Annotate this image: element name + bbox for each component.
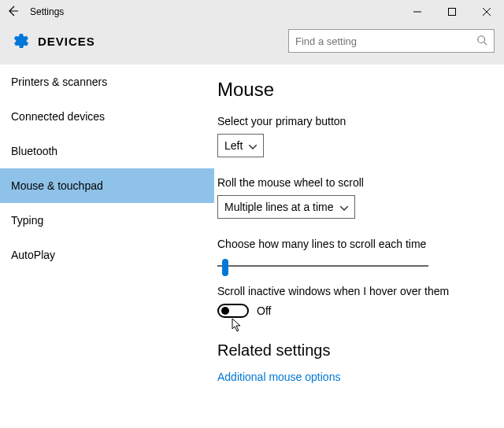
titlebar: Settings	[0, 0, 504, 24]
additional-mouse-options-link[interactable]: Additional mouse options	[217, 371, 488, 383]
sidebar: Printers & scanners Connected devices Bl…	[0, 65, 214, 428]
search-box[interactable]	[288, 29, 495, 53]
chevron-down-icon	[340, 201, 348, 213]
sidebar-item-label: AutoPlay	[11, 249, 55, 261]
wheel-dropdown[interactable]: Multiple lines at a time	[217, 195, 355, 219]
content: Mouse Select your primary button Left Ro…	[214, 65, 504, 428]
gear-icon	[13, 32, 30, 50]
primary-button-label: Select your primary button	[217, 115, 488, 127]
cursor-icon	[232, 318, 244, 334]
toggle-track	[217, 304, 249, 318]
dropdown-value: Multiple lines at a time	[224, 201, 334, 213]
minimize-icon	[413, 8, 421, 16]
lines-slider[interactable]	[217, 256, 428, 275]
toggle-knob	[221, 307, 229, 315]
maximize-button[interactable]	[435, 0, 469, 24]
sidebar-item-label: Bluetooth	[11, 145, 57, 157]
slider-track	[217, 265, 428, 267]
hover-toggle[interactable]: Off	[217, 304, 488, 318]
sidebar-item-label: Printers & scanners	[11, 76, 107, 88]
slider-thumb[interactable]	[222, 259, 228, 276]
page-title: Mouse	[217, 79, 488, 101]
chevron-down-icon	[249, 139, 257, 152]
svg-line-5	[484, 42, 487, 45]
hover-label: Scroll inactive windows when I hover ove…	[217, 285, 488, 297]
svg-rect-1	[449, 9, 456, 16]
primary-button-dropdown[interactable]: Left	[217, 134, 264, 157]
close-button[interactable]	[469, 0, 504, 24]
sidebar-item-bluetooth[interactable]: Bluetooth	[0, 134, 214, 168]
search-input[interactable]	[295, 35, 476, 47]
arrow-left-icon	[6, 5, 19, 17]
lines-label: Choose how many lines to scroll each tim…	[217, 238, 488, 250]
wheel-label: Roll the mouse wheel to scroll	[217, 176, 488, 189]
related-heading: Related settings	[217, 341, 488, 360]
sidebar-item-mouse-touchpad[interactable]: Mouse & touchpad	[0, 168, 214, 203]
header: DEVICES	[0, 24, 504, 65]
window-title: Settings	[30, 6, 64, 17]
sidebar-item-printers[interactable]: Printers & scanners	[0, 65, 214, 99]
dropdown-value: Left	[224, 139, 243, 152]
svg-point-4	[478, 35, 485, 42]
sidebar-item-connected-devices[interactable]: Connected devices	[0, 99, 214, 134]
toggle-state: Off	[257, 304, 271, 317]
back-button[interactable]	[0, 5, 25, 20]
close-icon	[483, 8, 491, 16]
sidebar-item-label: Connected devices	[11, 110, 105, 123]
sidebar-item-label: Typing	[11, 214, 43, 227]
sidebar-item-typing[interactable]: Typing	[0, 203, 214, 238]
minimize-button[interactable]	[400, 0, 435, 24]
sidebar-item-label: Mouse & touchpad	[11, 179, 103, 192]
search-icon	[476, 35, 487, 48]
sidebar-item-autoplay[interactable]: AutoPlay	[0, 238, 214, 272]
maximize-icon	[448, 8, 456, 16]
section-title: DEVICES	[38, 35, 95, 48]
